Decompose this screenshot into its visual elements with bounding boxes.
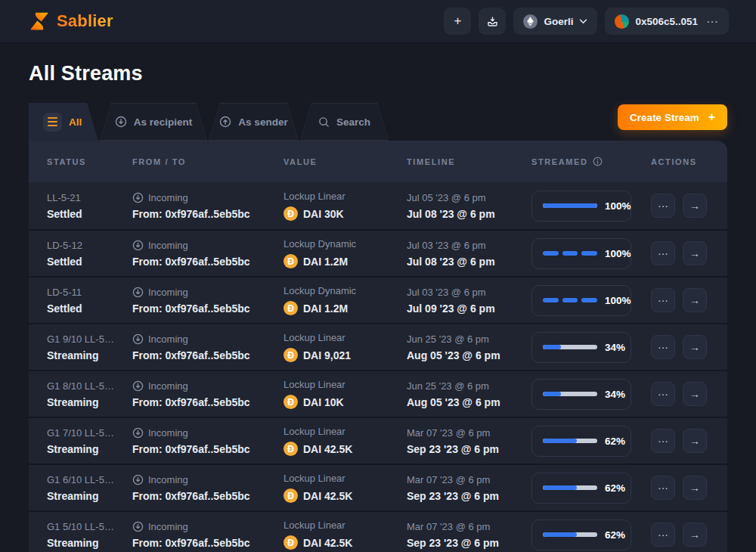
tab-as-recipient-label: As recipient bbox=[134, 116, 192, 128]
from-to-cell: Incoming From: 0xf976af..5eb5bc bbox=[132, 192, 284, 220]
row-menu-button[interactable]: ··· bbox=[651, 241, 675, 265]
progress-bar bbox=[543, 392, 597, 396]
table-row[interactable]: G1 7/10 LL-5… Streaming Incoming From: 0… bbox=[29, 417, 727, 464]
end-date: Jul 08 '23 @ 6 pm bbox=[407, 208, 531, 220]
stream-status: Streaming bbox=[47, 537, 132, 549]
incoming-icon bbox=[132, 427, 144, 439]
progress-pill: 100% bbox=[531, 285, 631, 316]
tab-as-sender[interactable]: As sender bbox=[209, 103, 299, 141]
row-menu-button[interactable]: ··· bbox=[651, 335, 675, 359]
row-open-button[interactable]: → bbox=[683, 382, 707, 406]
actions-cell: ··· → bbox=[651, 194, 709, 218]
stream-id: G1 6/10 LL-5… bbox=[47, 474, 132, 485]
streamed-cell: 34% bbox=[531, 379, 651, 410]
stream-id: G1 7/10 LL-5… bbox=[47, 427, 132, 439]
tab-search[interactable]: Search bbox=[300, 103, 389, 141]
counterparty: From: 0xf976af..5eb5bc bbox=[132, 302, 284, 315]
status-cell: G1 5/10 LL-5… Streaming bbox=[47, 521, 132, 549]
end-date: Jul 09 '23 @ 6 pm bbox=[407, 302, 531, 315]
stream-type: Lockup Linear bbox=[284, 379, 407, 390]
timeline-cell: Mar 07 '23 @ 6 pm Sep 23 '23 @ 6 pm bbox=[407, 427, 531, 455]
end-date: Aug 05 '23 @ 6 pm bbox=[407, 396, 531, 408]
progress-percent: 62% bbox=[605, 436, 625, 447]
progress-bar bbox=[543, 439, 597, 443]
add-button[interactable]: + bbox=[444, 8, 471, 35]
end-date: Sep 23 '23 @ 6 pm bbox=[407, 537, 531, 549]
sablier-logo-icon bbox=[29, 11, 50, 32]
progress-pill: 100% bbox=[531, 238, 631, 269]
stream-type: Lockup Linear bbox=[284, 519, 407, 531]
row-menu-button[interactable]: ··· bbox=[651, 382, 675, 406]
info-icon[interactable] bbox=[593, 157, 603, 166]
network-selector[interactable]: Goerli bbox=[513, 8, 597, 35]
from-to-cell: Incoming From: 0xf976af..5eb5bc bbox=[132, 240, 284, 268]
start-date: Mar 07 '23 @ 6 pm bbox=[407, 521, 531, 532]
progress-percent: 62% bbox=[605, 529, 625, 541]
row-open-button[interactable]: → bbox=[683, 523, 707, 547]
amount: DAI 42.5K bbox=[303, 537, 352, 549]
timeline-cell: Mar 07 '23 @ 6 pm Sep 23 '23 @ 6 pm bbox=[407, 474, 531, 502]
plus-icon: + bbox=[454, 14, 461, 29]
wallet-more-icon: ··· bbox=[707, 16, 719, 27]
progress-bar bbox=[543, 251, 597, 256]
table-row[interactable]: LD-5-12 Settled Incoming From: 0xf976af.… bbox=[29, 229, 727, 276]
incoming-icon bbox=[132, 287, 144, 298]
counterparty: From: 0xf976af..5eb5bc bbox=[132, 349, 284, 361]
row-open-button[interactable]: → bbox=[683, 335, 707, 359]
wallet-button[interactable]: 0x506c5..051 ··· bbox=[605, 8, 729, 35]
search-icon bbox=[318, 116, 330, 128]
counterparty: From: 0xf976af..5eb5bc bbox=[132, 396, 284, 408]
progress-bar bbox=[543, 345, 597, 349]
table-row[interactable]: G1 6/10 LL-5… Streaming Incoming From: 0… bbox=[29, 464, 727, 510]
row-open-button[interactable]: → bbox=[683, 194, 707, 218]
progress-pill: 62% bbox=[531, 519, 631, 550]
table-row[interactable]: LL-5-21 Settled Incoming From: 0xf976af.… bbox=[29, 182, 727, 229]
status-cell: G1 9/10 LL-5… Streaming bbox=[47, 333, 132, 361]
amount: DAI 9,021 bbox=[303, 349, 351, 361]
stream-status: Settled bbox=[47, 302, 132, 315]
value-cell: Lockup Linear Ð DAI 42.5K bbox=[284, 473, 407, 503]
incoming-icon bbox=[132, 240, 144, 251]
from-to-cell: Incoming From: 0xf976af..5eb5bc bbox=[132, 474, 284, 502]
timeline-cell: Jul 05 '23 @ 6 pm Jul 08 '23 @ 6 pm bbox=[407, 192, 531, 220]
status-cell: LD-5-12 Settled bbox=[47, 240, 132, 268]
amount: DAI 10K bbox=[303, 396, 344, 408]
row-menu-button[interactable]: ··· bbox=[651, 523, 675, 547]
stream-id: LD-5-12 bbox=[47, 240, 132, 251]
end-date: Sep 23 '23 @ 6 pm bbox=[407, 490, 531, 502]
row-menu-button[interactable]: ··· bbox=[651, 194, 675, 218]
dai-token-icon: Ð bbox=[284, 206, 298, 221]
app-logo[interactable]: Sablier bbox=[29, 11, 113, 32]
create-stream-button[interactable]: Create Stream + bbox=[618, 104, 727, 130]
direction-label: Incoming bbox=[148, 287, 188, 298]
table-row[interactable]: G1 8/10 LL-5… Streaming Incoming From: 0… bbox=[29, 370, 727, 417]
table-row[interactable]: LD-5-11 Settled Incoming From: 0xf976af.… bbox=[29, 276, 727, 323]
inbox-button[interactable] bbox=[479, 8, 506, 35]
start-date: Jul 03 '23 @ 6 pm bbox=[407, 240, 531, 251]
row-open-button[interactable]: → bbox=[683, 476, 707, 500]
row-open-button[interactable]: → bbox=[683, 429, 707, 453]
table-row[interactable]: G1 5/10 LL-5… Streaming Incoming From: 0… bbox=[29, 510, 727, 552]
page-title: All Streams bbox=[29, 62, 727, 85]
stream-type: Lockup Linear bbox=[284, 191, 407, 202]
row-menu-button[interactable]: ··· bbox=[651, 429, 675, 453]
table-row[interactable]: G1 9/10 LL-5… Streaming Incoming From: 0… bbox=[29, 323, 727, 370]
row-open-button[interactable]: → bbox=[683, 288, 707, 312]
row-menu-button[interactable]: ··· bbox=[651, 476, 675, 500]
tab-all[interactable]: All bbox=[29, 103, 98, 141]
streamed-cell: 62% bbox=[531, 473, 651, 504]
tab-as-recipient[interactable]: As recipient bbox=[100, 103, 207, 141]
streamed-cell: 100% bbox=[531, 285, 651, 316]
counterparty: From: 0xf976af..5eb5bc bbox=[132, 256, 284, 268]
dai-token-icon: Ð bbox=[284, 535, 298, 550]
amount: DAI 1.2M bbox=[303, 256, 348, 268]
progress-bar bbox=[543, 298, 597, 302]
row-menu-button[interactable]: ··· bbox=[651, 288, 675, 312]
stream-type: Lockup Dynamic bbox=[284, 238, 407, 250]
row-open-button[interactable]: → bbox=[683, 241, 707, 265]
incoming-icon bbox=[132, 333, 144, 345]
progress-pill: 62% bbox=[531, 473, 631, 504]
progress-percent: 62% bbox=[605, 482, 625, 494]
table-body: LL-5-21 Settled Incoming From: 0xf976af.… bbox=[29, 182, 727, 552]
timeline-cell: Jun 25 '23 @ 6 pm Aug 05 '23 @ 6 pm bbox=[407, 333, 531, 361]
